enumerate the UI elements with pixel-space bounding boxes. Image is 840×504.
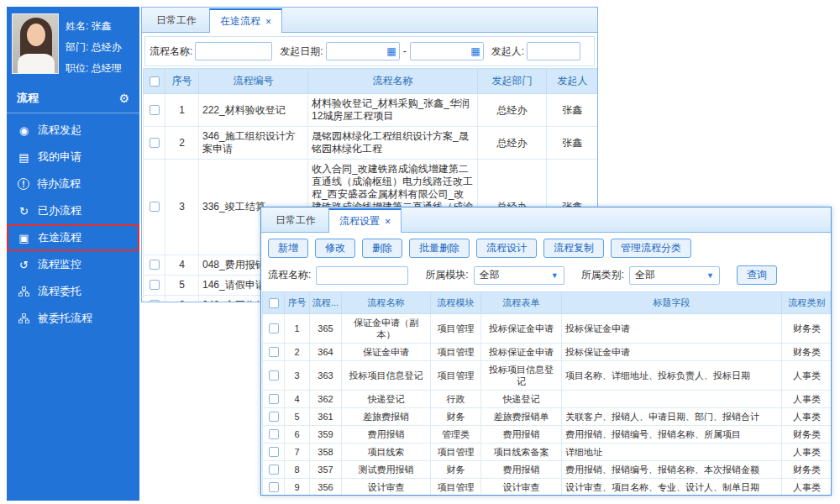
- table-row[interactable]: 8357测试费用报销财务费用报销费用报销、报销编号、报销名称、本次报销金额财务类: [263, 461, 832, 479]
- cell: 1: [165, 94, 199, 127]
- category-select[interactable]: 全部 ▼: [629, 266, 720, 285]
- sidebar-item-in-transit-processes[interactable]: ▣在途流程: [7, 224, 139, 251]
- table-row[interactable]: 7358项目线索项目管理项目线索备案详细地址人事类: [263, 444, 832, 461]
- column-header[interactable]: 流程编号: [199, 69, 308, 94]
- cell: 保证金申请（副本）: [342, 314, 431, 344]
- row-checkbox[interactable]: [144, 94, 165, 127]
- row-checkbox[interactable]: [144, 276, 165, 296]
- row-checkbox[interactable]: [263, 461, 285, 479]
- calendar-icon[interactable]: ▦: [386, 45, 396, 57]
- process-name-input[interactable]: [195, 42, 272, 60]
- sidebar-item-label: 已办流程: [38, 203, 81, 218]
- process-design-button[interactable]: 流程设计: [476, 239, 537, 258]
- table-row[interactable]: 4362快递登记行政快递登记人事类: [263, 391, 832, 408]
- row-checkbox[interactable]: [263, 361, 285, 391]
- column-header[interactable]: 标题字段: [562, 292, 782, 314]
- process-settings-table: 序号流程...流程名称流程模块流程表单标题字段流程类别1365保证金申请（副本）…: [262, 291, 832, 496]
- document-icon: ▤: [18, 151, 30, 164]
- delete-button[interactable]: 删除: [362, 239, 402, 258]
- profile-name: 姓名: 张鑫: [66, 16, 122, 37]
- row-checkbox[interactable]: [263, 444, 285, 461]
- checkbox-icon: [150, 76, 160, 87]
- cell: 详细地址: [562, 444, 782, 461]
- search-button[interactable]: 查询: [737, 265, 777, 285]
- row-checkbox[interactable]: [263, 408, 285, 426]
- table-row[interactable]: 1365保证金申请（副本）项目管理投标保证金申请投标保证金申请财务类: [263, 314, 832, 344]
- row-checkbox[interactable]: [263, 344, 285, 361]
- sidebar-item-process-initiate[interactable]: ◉流程发起: [7, 117, 139, 144]
- cell: 项目管理: [431, 361, 481, 391]
- column-header[interactable]: 序号: [165, 69, 199, 94]
- cell: 项目线索备案: [481, 444, 562, 461]
- sidebar-item-my-applications[interactable]: ▤我的申请: [7, 144, 139, 171]
- column-header[interactable]: 发起部门: [478, 69, 547, 94]
- row-checkbox[interactable]: [263, 426, 285, 444]
- cell: 1: [285, 314, 310, 344]
- column-header[interactable]: 流程类别: [782, 292, 832, 314]
- add-button[interactable]: 新增: [268, 239, 308, 258]
- tab-close-icon[interactable]: ×: [385, 217, 391, 227]
- row-checkbox[interactable]: [263, 479, 285, 496]
- table-row[interactable]: 5361差旅费报销财务差旅费报销单关联客户、报销人、申请日期、部门、报销合计人事…: [263, 408, 832, 426]
- cell: 项目管理: [431, 444, 481, 461]
- sidebar-item-process-monitor[interactable]: ↺流程监控: [7, 251, 139, 278]
- date-from-input[interactable]: ▦: [326, 42, 400, 60]
- table-row[interactable]: 2346_施工组织设计方案申请晟铭园林绿化工程组织设计方案_晟铭园林绿化工程总经…: [144, 127, 599, 160]
- sidebar-item-label: 流程委托: [38, 284, 81, 299]
- column-header[interactable]: 流程名称: [308, 69, 478, 94]
- cell: 设计审查、项目名称、专业、设计人、制单日期: [562, 479, 782, 496]
- tab-in-transit[interactable]: 在途流程×: [209, 8, 282, 33]
- column-header[interactable]: 流程...: [310, 292, 342, 314]
- row-checkbox[interactable]: [144, 255, 165, 276]
- table-row[interactable]: 6359费用报销管理类费用报销费用报销、报销编号、报销名称、所属项目财务类: [263, 426, 832, 444]
- sidebar-item-completed-processes[interactable]: ↻已办流程: [7, 197, 139, 224]
- cell: 张鑫: [547, 127, 599, 160]
- table-row[interactable]: 1222_材料验收登记材料验收登记_材料采购_张鑫_华润12城房屋工程项目总经办…: [144, 94, 599, 127]
- row-checkbox[interactable]: [144, 160, 165, 255]
- profile-department: 部门: 总经办: [66, 37, 122, 58]
- checkbox-icon: [269, 429, 279, 439]
- cell: 362: [310, 391, 342, 408]
- checkbox-icon: [269, 347, 279, 357]
- select-all-checkbox[interactable]: [263, 292, 285, 314]
- column-header[interactable]: 流程名称: [342, 292, 431, 314]
- manage-process-categories-button[interactable]: 管理流程分类: [611, 239, 691, 258]
- tab-daily-work[interactable]: 日常工作: [265, 207, 327, 232]
- column-header[interactable]: 流程表单: [481, 292, 562, 314]
- cell: 设计审查: [342, 479, 431, 496]
- table-row[interactable]: 2364保证金申请项目管理投标保证金申请投标保证金申请财务类: [263, 344, 832, 361]
- gear-icon[interactable]: ⚙: [118, 92, 129, 105]
- row-checkbox[interactable]: [263, 314, 285, 344]
- profile-card: 姓名: 张鑫 部门: 总经办 职位: 总经理: [7, 7, 139, 84]
- sidebar-item-delegated-processes[interactable]: 被委托流程: [7, 305, 139, 332]
- sidebar: 姓名: 张鑫 部门: 总经办 职位: 总经理 流程 ⚙ ◉流程发起▤我的申请!待…: [7, 7, 139, 501]
- process-copy-button[interactable]: 流程复制: [543, 239, 604, 258]
- cell: 6: [285, 426, 310, 444]
- calendar-icon[interactable]: ▦: [470, 45, 480, 57]
- column-header[interactable]: 序号: [285, 292, 310, 314]
- checkbox-icon: [269, 323, 279, 333]
- table-row[interactable]: 9356设计审查项目管理设计审查设计审查、项目名称、专业、设计人、制单日期人事类: [263, 479, 832, 496]
- module-select[interactable]: 全部 ▼: [474, 266, 564, 285]
- tab-daily-work[interactable]: 日常工作: [145, 8, 207, 32]
- row-checkbox[interactable]: [144, 296, 165, 303]
- initiator-input[interactable]: [527, 42, 580, 60]
- cell: 投标保证金申请: [481, 314, 562, 344]
- row-checkbox[interactable]: [144, 127, 165, 160]
- date-to-input[interactable]: ▦: [410, 42, 484, 60]
- cell: 快递登记: [481, 391, 562, 408]
- batch-delete-button[interactable]: 批量删除: [409, 239, 470, 258]
- column-header[interactable]: 发起人: [547, 69, 599, 94]
- sidebar-item-process-delegation[interactable]: 流程委托: [7, 278, 139, 305]
- select-all-checkbox[interactable]: [144, 69, 165, 94]
- process-name-input[interactable]: [316, 266, 408, 285]
- table-row[interactable]: 3363投标项目信息登记项目管理投标项目信息登记项目名称、详细地址、投标负责人、…: [263, 361, 832, 391]
- tab-process-settings[interactable]: 流程设置×: [328, 208, 402, 233]
- cycle-icon: ↺: [18, 259, 30, 271]
- tab-close-icon[interactable]: ×: [265, 17, 271, 27]
- modify-button[interactable]: 修改: [315, 239, 355, 258]
- row-checkbox[interactable]: [263, 391, 285, 408]
- column-header[interactable]: 流程模块: [431, 292, 481, 314]
- sidebar-item-pending-processes[interactable]: !待办流程: [7, 171, 139, 197]
- cell: 投标保证金申请: [562, 314, 782, 344]
